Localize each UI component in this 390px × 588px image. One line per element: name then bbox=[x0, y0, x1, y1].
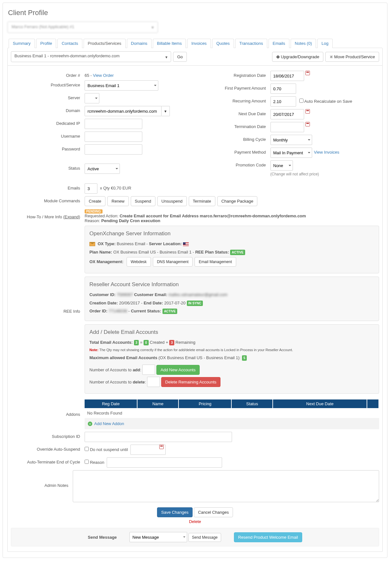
promo-select[interactable]: None bbox=[270, 160, 293, 171]
sync-badge: IN SYNC bbox=[187, 301, 203, 306]
tab-contacts[interactable]: Contacts bbox=[57, 39, 82, 48]
add-addon-link[interactable]: Add New Addon bbox=[94, 421, 124, 426]
product-service-select[interactable]: Business Email 1 bbox=[85, 80, 158, 91]
username-input[interactable] bbox=[85, 132, 142, 142]
autoterm-reason-input[interactable] bbox=[107, 457, 222, 468]
plus-icon: + bbox=[88, 422, 92, 426]
tab-quotes[interactable]: Quotes bbox=[212, 39, 234, 48]
auto-recalc-checkbox[interactable] bbox=[299, 99, 303, 103]
status-badge: ACTIVE bbox=[162, 309, 178, 314]
client-profile-panel: Client Profile Marco Ferraro (Not Applic… bbox=[3, 3, 387, 558]
tab-log[interactable]: Log bbox=[317, 39, 333, 48]
tab-products-services[interactable]: Products/Services bbox=[84, 39, 126, 48]
product-select[interactable]: Business Email 1 - rcmreehm-domman.onlyf… bbox=[11, 51, 171, 62]
status-select[interactable]: Active bbox=[85, 164, 120, 174]
calendar-icon[interactable] bbox=[159, 445, 164, 449]
tab-emails[interactable]: Emails bbox=[269, 39, 289, 48]
tab-summary[interactable]: Summary bbox=[9, 39, 35, 48]
tab-notes-0-[interactable]: Notes (0) bbox=[291, 39, 316, 48]
us-flag-icon bbox=[183, 242, 189, 246]
page-title: Client Profile bbox=[8, 9, 383, 17]
password-input[interactable] bbox=[85, 144, 142, 155]
auto-recalc-label[interactable]: Auto Recalculate on Save bbox=[296, 96, 353, 104]
add-accounts-input[interactable] bbox=[142, 365, 155, 375]
termination-input[interactable] bbox=[270, 122, 304, 132]
tab-invoices[interactable]: Invoices bbox=[187, 39, 211, 48]
view-invoices-link[interactable]: View Invoices bbox=[312, 148, 339, 155]
first-payment-input[interactable] bbox=[270, 84, 296, 94]
send-message-select[interactable]: New Message bbox=[129, 532, 187, 542]
addons-table-header: Reg DateNamePricingStatusNext Due Date bbox=[85, 399, 379, 408]
autoterm-checkbox[interactable] bbox=[85, 460, 89, 464]
dedicated-ip-input[interactable] bbox=[85, 119, 142, 129]
upgrade-button[interactable]: ⊕ Upgrade/Downgrade bbox=[272, 52, 324, 62]
expand-link[interactable]: Expand bbox=[65, 214, 79, 219]
send-message-button[interactable]: Send Message bbox=[188, 533, 221, 542]
webdesk-button[interactable]: Webdesk bbox=[127, 257, 151, 267]
tab-domains[interactable]: Domains bbox=[127, 39, 152, 48]
subscription-id-input[interactable] bbox=[85, 432, 232, 442]
ox-info-well: OpenXchange Server Information OX Type: … bbox=[85, 226, 379, 273]
product-toolbar: Business Email 1 - rcmreehm-domman.onlyf… bbox=[7, 48, 383, 66]
order-label: Order # bbox=[11, 71, 85, 78]
calendar-icon[interactable] bbox=[305, 109, 310, 114]
server-select[interactable] bbox=[85, 93, 99, 103]
email-accounts-well: Add / Delete Email Accounts Total Email … bbox=[85, 324, 379, 394]
email-management-button[interactable]: Email Management bbox=[195, 257, 236, 267]
mail-icon bbox=[89, 242, 95, 246]
delete-accounts-button[interactable]: Delete Remaining Accounts bbox=[161, 377, 221, 387]
pending-badge: PENDING bbox=[85, 209, 103, 213]
billing-cycle-select[interactable]: Monthly bbox=[270, 135, 312, 145]
payment-method-select[interactable]: Mail In Payment bbox=[270, 148, 312, 158]
add-accounts-button[interactable]: Add New Accounts bbox=[156, 365, 200, 375]
suspend-button[interactable]: Suspend bbox=[131, 196, 155, 206]
chevron-down-icon: ▾ bbox=[152, 25, 154, 30]
create-button[interactable]: Create bbox=[85, 196, 105, 206]
view-order-link[interactable]: View Order bbox=[93, 73, 114, 78]
chevron-down-icon: ▾ bbox=[165, 55, 168, 60]
emails-qty-input[interactable] bbox=[85, 183, 97, 194]
next-due-input[interactable] bbox=[270, 109, 304, 119]
tab-billable-items[interactable]: Billable Items bbox=[153, 39, 186, 48]
delete-accounts-input[interactable] bbox=[147, 377, 160, 387]
unsuspend-button[interactable]: Unsuspend bbox=[157, 196, 187, 206]
suspend-checkbox[interactable] bbox=[85, 447, 89, 451]
move-product-button[interactable]: ⤮ Move Product/Service bbox=[325, 52, 379, 62]
tabs: SummaryProfileContactsProducts/ServicesD… bbox=[7, 39, 383, 48]
terminate-button[interactable]: Terminate bbox=[189, 196, 215, 206]
renew-button[interactable]: Renew bbox=[107, 196, 129, 206]
tab-profile[interactable]: Profile bbox=[36, 39, 56, 48]
domain-input[interactable] bbox=[85, 106, 162, 116]
dns-management-button[interactable]: DNS Management bbox=[153, 257, 193, 267]
go-button[interactable]: Go bbox=[173, 52, 187, 62]
status-badge: ACTIVE bbox=[230, 250, 245, 255]
resend-welcome-button[interactable]: Resend Product Welcome Email bbox=[234, 532, 302, 542]
domain-dropdown-button[interactable]: ▾ bbox=[162, 106, 170, 116]
save-button[interactable]: Save Changes bbox=[157, 507, 193, 517]
reseller-info-well: Reseller Account Service Information Cus… bbox=[85, 277, 379, 321]
product-form: Order # 65 - View Order Product/Service … bbox=[7, 66, 383, 552]
calendar-icon[interactable] bbox=[305, 122, 310, 126]
change-package-button[interactable]: Change Package bbox=[217, 196, 258, 206]
reg-date-input[interactable] bbox=[270, 71, 304, 81]
client-dropdown[interactable]: Marco Ferraro (Not Applicable) #1 ▾ bbox=[7, 21, 158, 33]
delete-link[interactable]: Delete bbox=[189, 519, 201, 524]
admin-notes-textarea[interactable] bbox=[73, 470, 379, 502]
cancel-button[interactable]: Cancel Changes bbox=[194, 507, 233, 517]
recurring-input[interactable] bbox=[270, 96, 296, 107]
calendar-icon[interactable] bbox=[305, 71, 310, 75]
tab-transactions[interactable]: Transactions bbox=[235, 39, 267, 48]
